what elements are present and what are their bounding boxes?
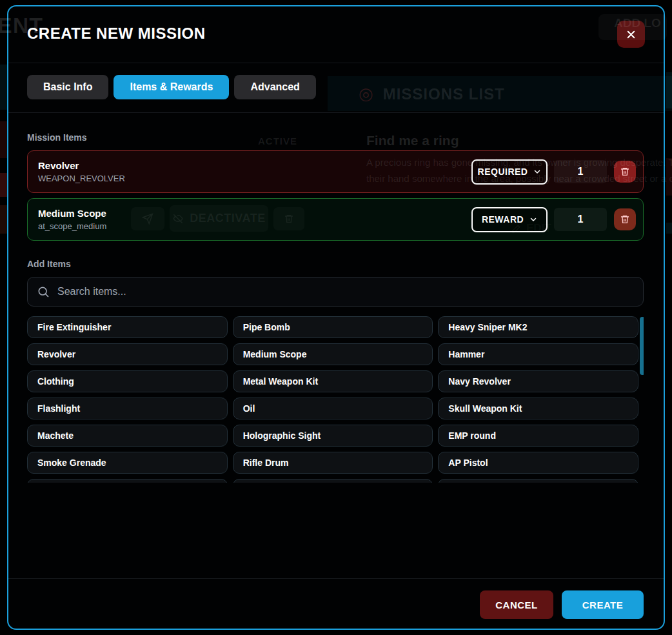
create-button[interactable]: CREATE — [562, 590, 644, 619]
item-option-partial[interactable] — [233, 479, 433, 483]
item-code: WEAPON_REVOLVER — [38, 174, 471, 183]
item-option-partial[interactable] — [27, 479, 228, 483]
modal-title: CREATE NEW MISSION — [27, 25, 644, 43]
item-option-partial[interactable] — [438, 479, 638, 483]
add-items-label: Add Items — [27, 259, 644, 269]
modal-footer: CANCEL CREATE — [480, 590, 644, 619]
item-option[interactable]: Revolver — [27, 343, 228, 365]
search-input[interactable] — [57, 286, 634, 297]
chevron-down-icon — [533, 168, 541, 176]
item-option[interactable]: AP Pistol — [438, 452, 638, 474]
trash-icon — [620, 166, 630, 177]
tab-advanced[interactable]: Advanced — [234, 75, 315, 99]
mission-item-row-reward: Medium Scope at_scope_medium REWARD — [27, 198, 644, 241]
tab-bar: Basic Info Items & Rewards Advanced — [8, 63, 664, 112]
cancel-button[interactable]: CANCEL — [480, 590, 553, 619]
tab-items-rewards[interactable]: Items & Rewards — [114, 75, 229, 99]
item-name: Medium Scope — [38, 208, 471, 219]
items-grid: Fire Extinguisher Pipe Bomb Heavy Sniper… — [27, 316, 638, 483]
item-option[interactable]: Flashlight — [27, 398, 228, 419]
background-left-strip-red3 — [0, 205, 7, 234]
item-info: Medium Scope at_scope_medium — [38, 208, 471, 231]
item-option[interactable]: Rifle Drum — [233, 452, 433, 474]
create-mission-modal: CREATE NEW MISSION Basic Info Items & Re… — [7, 5, 665, 630]
item-option[interactable]: Holographic Sight — [233, 425, 433, 447]
item-option[interactable]: Pipe Bomb — [233, 316, 433, 338]
item-option[interactable]: Skull Weapon Kit — [438, 398, 638, 419]
item-option[interactable]: Navy Revolver — [438, 370, 638, 392]
mission-item-row-required: Revolver WEAPON_REVOLVER REQUIRED — [27, 150, 644, 193]
item-option[interactable]: Medium Scope — [233, 343, 433, 365]
item-option[interactable]: Oil — [233, 398, 433, 419]
grid-scrollbar-thumb[interactable] — [640, 317, 644, 375]
item-role-select[interactable]: REQUIRED — [471, 159, 548, 185]
item-quantity-input[interactable] — [554, 160, 607, 183]
modal-header: CREATE NEW MISSION — [8, 6, 664, 43]
item-search-bar — [27, 277, 644, 307]
item-role-select[interactable]: REWARD — [471, 207, 548, 232]
chevron-down-icon — [529, 216, 537, 223]
close-icon — [625, 28, 637, 41]
trash-icon — [620, 214, 630, 225]
item-code: at_scope_medium — [38, 221, 471, 231]
background-right-strip-teal2 — [666, 223, 672, 234]
item-option[interactable]: Heavy Sniper MK2 — [438, 316, 638, 338]
close-button[interactable] — [617, 21, 645, 48]
item-quantity-input[interactable] — [554, 208, 607, 231]
background-left-strip-red2 — [0, 173, 7, 197]
items-grid-viewport: Fire Extinguisher Pipe Bomb Heavy Sniper… — [27, 316, 644, 483]
background-right-strip-red — [666, 158, 672, 196]
item-option[interactable]: EMP round — [438, 425, 638, 447]
item-role-value: REWARD — [482, 214, 524, 225]
item-option[interactable]: Fire Extinguisher — [27, 316, 228, 338]
mission-items-label: Mission Items — [27, 132, 644, 143]
item-role-value: REQUIRED — [478, 166, 528, 177]
item-name: Revolver — [38, 160, 471, 172]
item-option[interactable]: Machete — [27, 425, 228, 447]
tab-basic-info[interactable]: Basic Info — [27, 75, 108, 99]
remove-item-button[interactable] — [614, 208, 636, 230]
footer-divider — [8, 578, 664, 579]
modal-body: Mission Items Revolver WEAPON_REVOLVER R… — [8, 132, 664, 483]
background-right-strip-teal — [666, 72, 672, 108]
item-info: Revolver WEAPON_REVOLVER — [38, 160, 471, 183]
tabs-divider — [8, 112, 664, 113]
background-left-strip-teal — [0, 65, 7, 110]
background-left-strip-red1 — [0, 121, 7, 158]
item-option[interactable]: Metal Weapon Kit — [233, 370, 433, 392]
item-option[interactable]: Smoke Grenade — [27, 452, 228, 474]
item-option[interactable]: Hammer — [438, 343, 638, 365]
remove-item-button[interactable] — [614, 161, 636, 183]
search-icon — [37, 285, 50, 298]
item-option[interactable]: Clothing — [27, 370, 228, 392]
